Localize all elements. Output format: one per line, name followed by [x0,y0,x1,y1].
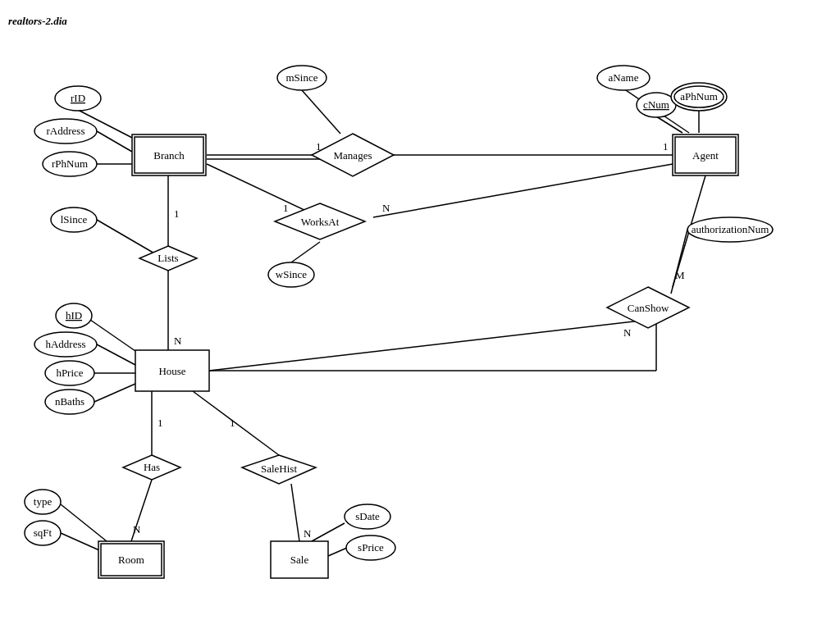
attr-nbaths-label: nBaths [55,395,84,408]
cardinality-label: N [304,527,312,540]
svg-line-7 [209,320,648,371]
attr-authnum-label: authorizationNum [692,223,769,235]
svg-line-4 [373,164,673,217]
diagram-title: realtors-2.dia [8,15,67,27]
svg-line-12 [291,484,299,541]
attr-haddress-label: hAddress [45,338,85,350]
attr-msince-label: mSince [286,71,318,84]
svg-line-32 [328,548,347,556]
svg-line-3 [207,164,320,217]
cardinality-label: N [623,326,632,339]
entity-branch-label: Branch [153,149,185,162]
cardinality-label: 1 [158,417,163,429]
attr-cnum-label: cNum [643,98,669,111]
cardinality-label: 1 [663,140,669,153]
attr-aphnum-label: aPhNum [680,90,718,103]
attr-rid-label: rID [71,92,85,104]
rel-salehist-label: SaleHist [261,463,297,475]
cardinality-label: N [382,202,390,214]
svg-line-31 [312,523,345,541]
entity-sale-label: Sale [290,554,309,566]
svg-line-23 [671,230,687,294]
attr-type-label: type [34,495,52,508]
attr-raddress-label: rAddress [47,125,85,137]
attr-hid-label: hID [66,309,82,321]
rel-has-label: Has [144,461,160,473]
rel-manages-label: Manages [334,149,372,162]
attr-wsince-label: wSince [276,268,308,280]
attr-sqft-label: sqFt [34,526,52,539]
svg-line-11 [193,391,279,455]
svg-line-24 [291,242,320,262]
rel-canshow-label: CanShow [628,302,669,314]
svg-line-16 [97,131,132,152]
cardinality-label: N [133,523,141,535]
cardinality-label: N [174,335,182,347]
cardinality-label: 1 [283,202,289,214]
er-diagram: realtors-2.dia 1 N 1 1 1 N N M 1 N 1 N [0,0,840,638]
cardinality-label: 1 [174,207,180,220]
attr-aname-label: aName [609,71,639,84]
attr-hprice-label: hPrice [56,367,83,379]
entity-agent-label: Agent [692,149,719,162]
entity-room-label: Room [118,554,144,566]
cardinality-label: 1 [230,417,235,429]
svg-line-19 [302,90,340,134]
attr-rphnum-label: rPhNum [52,157,88,170]
attr-sprice-label: sPrice [358,541,384,554]
attr-sdate-label: sDate [355,510,380,522]
svg-line-18 [97,220,156,254]
entity-house-label: House [158,365,185,377]
svg-line-28 [94,384,135,402]
attr-lsince-label: lSince [61,213,88,226]
rel-worksat-label: WorksAt [301,216,340,228]
rel-lists-label: Lists [158,252,178,264]
